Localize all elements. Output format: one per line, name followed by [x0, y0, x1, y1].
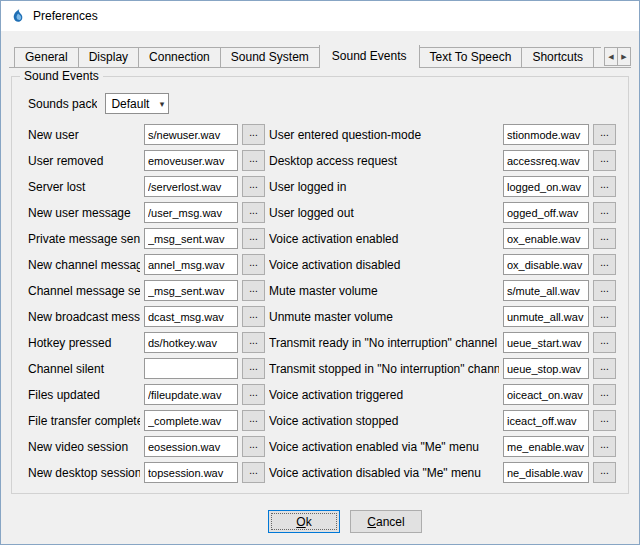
event-label: New video session	[28, 440, 140, 454]
browse-button[interactable]: ...	[593, 332, 616, 353]
event-label: New desktop session	[28, 466, 140, 480]
event-label: Files updated	[28, 388, 140, 402]
tab-sound-events[interactable]: Sound Events	[319, 45, 420, 68]
tab-general[interactable]: General	[14, 47, 79, 67]
browse-button[interactable]: ...	[593, 124, 616, 145]
event-path-input[interactable]	[144, 410, 238, 431]
event-path-input[interactable]	[503, 254, 589, 275]
sounds-pack-row: Sounds pack Default ▾	[28, 93, 618, 114]
ok-button-label: Ok	[279, 515, 329, 529]
browse-button[interactable]: ...	[593, 358, 616, 379]
tab-scroll-left-icon[interactable]: ◀	[604, 47, 618, 66]
event-path-input[interactable]	[144, 176, 238, 197]
browse-button[interactable]: ...	[242, 124, 265, 145]
event-label: Channel message sent	[28, 284, 140, 298]
event-label: Server lost	[28, 180, 140, 194]
event-path-input[interactable]	[144, 124, 238, 145]
event-label: User logged out	[269, 206, 499, 220]
event-path-input[interactable]	[503, 306, 589, 327]
window-title: Preferences	[33, 9, 98, 23]
browse-button[interactable]: ...	[593, 306, 616, 327]
event-path-input[interactable]	[503, 280, 589, 301]
event-label: Voice activation triggered	[269, 388, 499, 402]
event-label: Desktop access request	[269, 154, 499, 168]
tab-shortcuts[interactable]: Shortcuts	[521, 47, 594, 67]
event-label: Voice activation enabled via "Me" menu	[269, 440, 499, 454]
event-path-input[interactable]	[144, 254, 238, 275]
browse-button[interactable]: ...	[593, 410, 616, 431]
browse-button[interactable]: ...	[242, 202, 265, 223]
event-label: User logged in	[269, 180, 499, 194]
browse-button[interactable]: ...	[593, 202, 616, 223]
browse-button[interactable]: ...	[242, 280, 265, 301]
browse-button[interactable]: ...	[242, 228, 265, 249]
tab-text-to-speech[interactable]: Text To Speech	[419, 47, 523, 67]
event-path-input[interactable]	[503, 410, 589, 431]
event-path-input[interactable]	[503, 124, 589, 145]
browse-button[interactable]: ...	[242, 150, 265, 171]
event-path-input[interactable]	[503, 150, 589, 171]
tab-strip: General Display Connection Sound System …	[14, 45, 601, 68]
browse-button[interactable]: ...	[593, 150, 616, 171]
app-icon	[10, 8, 26, 24]
event-path-input[interactable]	[144, 228, 238, 249]
tab-connection[interactable]: Connection	[138, 47, 221, 67]
browse-button[interactable]: ...	[593, 436, 616, 457]
sounds-pack-label: Sounds pack	[28, 97, 97, 111]
title-bar: Preferences	[1, 1, 639, 31]
browse-button[interactable]: ...	[242, 176, 265, 197]
tab-scroll-right-icon[interactable]: ▶	[617, 47, 631, 66]
event-label: Mute master volume	[269, 284, 499, 298]
sound-events-grid: New user ... User entered question-mode …	[28, 124, 618, 483]
event-path-input[interactable]	[144, 358, 238, 379]
browse-button[interactable]: ...	[242, 410, 265, 431]
browse-button[interactable]: ...	[242, 436, 265, 457]
event-label: Channel silent	[28, 362, 140, 376]
chevron-down-icon: ▾	[160, 99, 165, 109]
event-label: Voice activation stopped	[269, 414, 499, 428]
event-path-input[interactable]	[144, 462, 238, 483]
event-label: User entered question-mode	[269, 128, 499, 142]
event-path-input[interactable]	[503, 384, 589, 405]
tab-video[interactable]: Video	[593, 47, 601, 67]
browse-button[interactable]: ...	[242, 332, 265, 353]
event-path-input[interactable]	[144, 306, 238, 327]
event-label: New channel message	[28, 258, 140, 272]
browse-button[interactable]: ...	[242, 358, 265, 379]
cancel-button[interactable]: Cancel	[350, 510, 422, 533]
preferences-window: Preferences General Display Connection S…	[0, 0, 640, 545]
event-path-input[interactable]	[144, 280, 238, 301]
event-path-input[interactable]	[503, 332, 589, 353]
event-path-input[interactable]	[144, 384, 238, 405]
event-path-input[interactable]	[503, 228, 589, 249]
event-path-input[interactable]	[503, 462, 589, 483]
event-path-input[interactable]	[144, 150, 238, 171]
browse-button[interactable]: ...	[242, 306, 265, 327]
event-label: New user	[28, 128, 140, 142]
browse-button[interactable]: ...	[242, 254, 265, 275]
event-path-input[interactable]	[144, 332, 238, 353]
event-path-input[interactable]	[144, 436, 238, 457]
browse-button[interactable]: ...	[593, 176, 616, 197]
event-path-input[interactable]	[503, 176, 589, 197]
browse-button[interactable]: ...	[242, 462, 265, 483]
sound-events-group: Sound Events Sounds pack Default ▾ New u…	[11, 76, 629, 494]
tab-scroll-buttons: ◀ ▶	[603, 47, 631, 66]
browse-button[interactable]: ...	[593, 462, 616, 483]
tab-display[interactable]: Display	[78, 47, 139, 67]
browse-button[interactable]: ...	[593, 228, 616, 249]
browse-button[interactable]: ...	[242, 384, 265, 405]
event-label: New user message	[28, 206, 140, 220]
event-path-input[interactable]	[144, 202, 238, 223]
event-path-input[interactable]	[503, 202, 589, 223]
sounds-pack-select[interactable]: Default ▾	[105, 93, 169, 114]
event-label: Unmute master volume	[269, 310, 499, 324]
browse-button[interactable]: ...	[593, 254, 616, 275]
browse-button[interactable]: ...	[593, 384, 616, 405]
ok-button[interactable]: Ok	[268, 510, 340, 533]
tab-sound-system[interactable]: Sound System	[220, 47, 320, 67]
event-label: Private message sent	[28, 232, 140, 246]
event-path-input[interactable]	[503, 358, 589, 379]
browse-button[interactable]: ...	[593, 280, 616, 301]
event-path-input[interactable]	[503, 436, 589, 457]
